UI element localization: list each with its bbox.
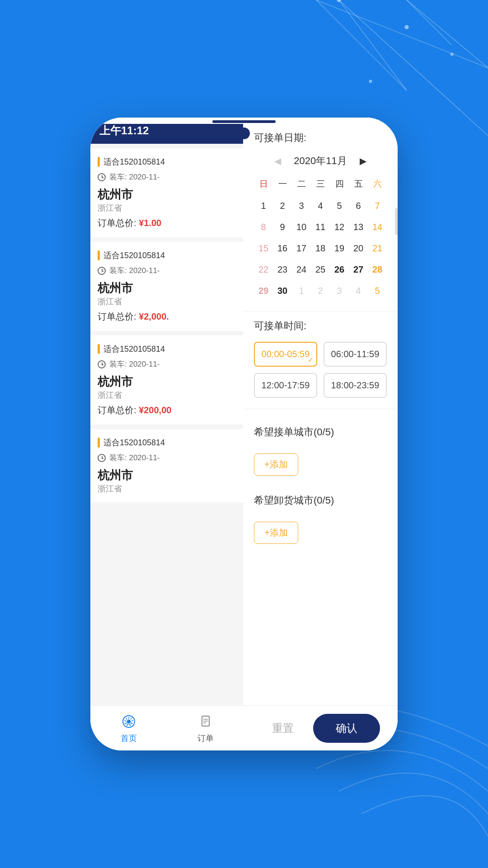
cal-day[interactable]: 18 — [311, 239, 330, 258]
order-card[interactable]: 适合1520105814 装车: 2020-11- 杭州市 浙江省 订单总价: … — [90, 242, 244, 331]
cal-day[interactable]: 14 — [368, 217, 387, 237]
cal-day[interactable]: 26 — [330, 260, 349, 279]
cal-day[interactable]: 5 — [330, 196, 349, 216]
svg-point-9 — [450, 53, 453, 56]
cal-day[interactable]: 16 — [273, 239, 292, 258]
weekday-thu: 四 — [330, 175, 349, 193]
order-id: 适合1520105814 — [103, 437, 165, 448]
scrollbar — [395, 208, 398, 235]
cal-day[interactable]: 10 — [292, 217, 311, 237]
weekday-fri: 五 — [349, 175, 368, 193]
weekday-tue: 二 — [292, 175, 311, 193]
nav-item-orders[interactable]: 订单 — [167, 706, 244, 750]
status-time: 上午11:12 — [99, 123, 149, 138]
reset-button[interactable]: 重置 — [261, 717, 305, 740]
phone-frame: 上午11:12 适合1520105814 装车: 2020-11- 杭州市 浙江… — [90, 118, 398, 750]
order-card[interactable]: 适合1520105814 装车: 2020-11- 杭州市 浙江省 订单总价: … — [90, 335, 244, 425]
cal-day[interactable]: 13 — [349, 217, 368, 237]
time-slot-1200[interactable]: 12:00-17:59 — [254, 373, 317, 398]
calendar-section: 可接单日期: ◀ 2020年11月 ▶ 日 一 二 三 四 五 六 — [243, 118, 398, 301]
svg-point-8 — [405, 25, 408, 29]
unload-city-section: 希望卸货城市(0/5) +添加 — [243, 485, 398, 544]
order-time-text: 装车: 2020-11- — [109, 453, 160, 463]
order-tag-bar — [98, 157, 100, 167]
time-slot-label: 00:00-05:59 — [262, 349, 310, 359]
unload-city-add-button[interactable]: +添加 — [254, 522, 298, 544]
order-time-text: 装车: 2020-11- — [109, 172, 160, 182]
cal-day[interactable]: 11 — [311, 217, 330, 237]
svg-line-6 — [407, 0, 452, 45]
cal-day[interactable]: 9 — [273, 217, 292, 237]
cal-day[interactable]: 1 — [254, 196, 273, 216]
weekday-mon: 一 — [273, 175, 292, 193]
calendar-next-button[interactable]: ▶ — [356, 154, 370, 168]
cal-day[interactable]: 4 — [311, 196, 330, 216]
cal-day[interactable]: 22 — [254, 260, 273, 279]
svg-line-3 — [407, 0, 488, 68]
time-slot-0000[interactable]: 00:00-05:59 ✓ — [254, 342, 317, 367]
order-time-text: 装车: 2020-11- — [109, 265, 160, 276]
calendar-month: 2020年11月 — [294, 154, 347, 168]
svg-point-7 — [337, 0, 341, 2]
order-tag-bar — [98, 344, 100, 354]
cal-day[interactable]: 30 — [273, 281, 292, 301]
unload-city-label: 希望卸货城市(0/5) — [254, 494, 387, 507]
divider — [243, 409, 398, 409]
time-section-label: 可接单时间: — [254, 319, 387, 333]
calendar-grid: 1 2 3 4 5 6 7 8 9 10 11 12 13 14 15 — [254, 196, 387, 301]
phone-content: 上午11:12 适合1520105814 装车: 2020-11- 杭州市 浙江… — [90, 118, 398, 750]
clock-icon — [98, 454, 106, 462]
cal-day[interactable]: 21 — [368, 239, 387, 258]
cal-day[interactable]: 15 — [254, 239, 273, 258]
cal-day[interactable]: 5 — [368, 281, 387, 301]
cal-day[interactable]: 2 — [273, 196, 292, 216]
home-icon — [120, 713, 137, 730]
cal-day[interactable]: 4 — [349, 281, 368, 301]
time-slot-0600[interactable]: 06:00-11:59 — [324, 342, 387, 367]
cal-day[interactable]: 3 — [292, 196, 311, 216]
cal-day[interactable]: 28 — [368, 260, 387, 279]
svg-point-10 — [369, 80, 372, 83]
weekday-sun: 日 — [254, 175, 273, 193]
calendar-nav: ◀ 2020年11月 ▶ — [254, 154, 387, 168]
cal-day[interactable]: 6 — [349, 196, 368, 216]
nav-item-home[interactable]: 首页 — [90, 706, 167, 750]
calendar-section-label: 可接单日期: — [254, 131, 387, 145]
calendar-prev-button[interactable]: ◀ — [271, 154, 285, 168]
order-price: 订单总价: ¥200,00 — [98, 404, 237, 416]
order-province: 浙江省 — [98, 203, 237, 213]
check-mark: ✓ — [308, 355, 314, 364]
cal-day[interactable]: 25 — [311, 260, 330, 279]
time-slot-label: 18:00-23:59 — [331, 380, 380, 390]
bottom-nav-left: 首页 订单 — [90, 705, 244, 750]
time-slot-label: 12:00-17:59 — [262, 380, 310, 390]
cal-day[interactable]: 12 — [330, 217, 349, 237]
order-card[interactable]: 适合1520105814 装车: 2020-11- 杭州市 浙江省 订单总价: … — [90, 148, 244, 237]
cal-day[interactable]: 1 — [292, 281, 311, 301]
cal-day[interactable]: 20 — [349, 239, 368, 258]
cal-day[interactable]: 17 — [292, 239, 311, 258]
cal-day[interactable]: 29 — [254, 281, 273, 301]
order-time-text: 装车: 2020-11- — [109, 359, 160, 369]
order-city: 杭州市 — [98, 187, 237, 203]
price-value: ¥1.00 — [139, 218, 161, 228]
confirm-button[interactable]: 确认 — [313, 714, 380, 743]
notch-line — [212, 120, 276, 123]
cal-day[interactable]: 24 — [292, 260, 311, 279]
order-tag-bar — [98, 438, 100, 448]
cal-day[interactable]: 27 — [349, 260, 368, 279]
cal-day[interactable]: 19 — [330, 239, 349, 258]
cal-day[interactable]: 8 — [254, 217, 273, 237]
order-icon — [197, 713, 214, 730]
clock-icon — [98, 173, 106, 181]
order-id: 适合1520105814 — [103, 156, 165, 167]
cal-day[interactable]: 3 — [330, 281, 349, 301]
cal-day[interactable]: 7 — [368, 196, 387, 216]
cal-day[interactable]: 2 — [311, 281, 330, 301]
order-card[interactable]: 适合1520105814 装车: 2020-11- 杭州市 浙江省 — [90, 429, 244, 502]
pickup-city-add-button[interactable]: +添加 — [254, 453, 298, 476]
weekday-wed: 三 — [311, 175, 330, 193]
cal-day[interactable]: 23 — [273, 260, 292, 279]
time-slot-1800[interactable]: 18:00-23:59 — [324, 373, 387, 398]
order-city: 杭州市 — [98, 467, 237, 483]
